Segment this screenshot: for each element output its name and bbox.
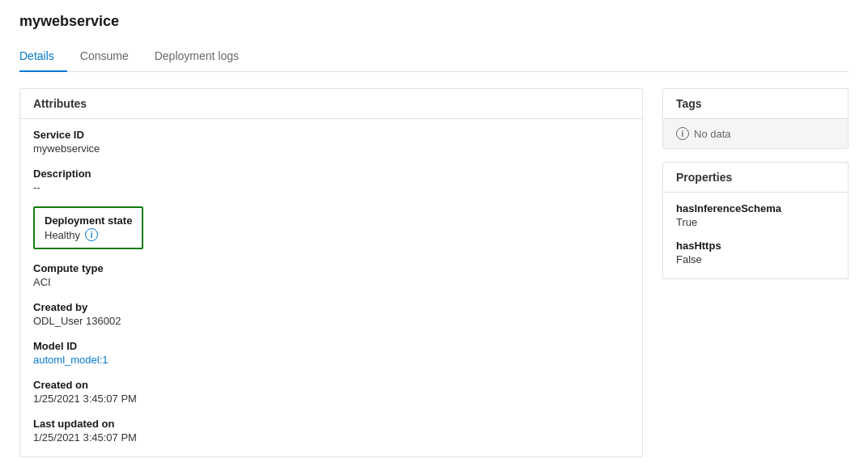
healthy-container: Healthy i — [45, 228, 132, 241]
deployment-state-box: Deployment state Healthy i — [33, 206, 143, 249]
attribute-item-compute-type: Compute type ACI — [33, 262, 629, 288]
created-on-value: 1/25/2021 3:45:07 PM — [33, 393, 629, 405]
attribute-item-deployment-state: Deployment state Healthy i — [33, 206, 629, 249]
description-label: Description — [33, 168, 629, 180]
attribute-item-description: Description -- — [33, 168, 629, 193]
description-value: -- — [33, 181, 629, 193]
model-id-value[interactable]: automl_model:1 — [33, 354, 108, 366]
created-by-label: Created by — [33, 301, 629, 313]
tags-section: Tags i No data — [662, 88, 849, 149]
service-id-value: mywebservice — [33, 142, 629, 155]
main-layout: Attributes Service ID mywebservice Descr… — [19, 88, 849, 467]
tags-no-data-row: i No data — [663, 119, 848, 148]
tags-no-data-label: No data — [694, 128, 731, 140]
deployment-state-value: Healthy — [45, 229, 80, 241]
attributes-section: Attributes Service ID mywebservice Descr… — [19, 88, 643, 457]
left-panel: Attributes Service ID mywebservice Descr… — [19, 88, 643, 467]
attribute-item-created-on: Created on 1/25/2021 3:45:07 PM — [33, 379, 629, 405]
attribute-list: Service ID mywebservice Description -- D… — [20, 119, 642, 456]
compute-type-label: Compute type — [33, 262, 629, 274]
attribute-item-service-id: Service ID mywebservice — [33, 129, 629, 155]
property-list: hasInferenceSchema True hasHttps False — [663, 193, 848, 278]
tags-header: Tags — [663, 89, 848, 119]
property-item-has-inference-schema: hasInferenceSchema True — [676, 202, 835, 228]
property-item-has-https: hasHttps False — [676, 240, 835, 265]
model-id-label: Model ID — [33, 340, 629, 352]
has-https-label: hasHttps — [676, 240, 835, 252]
service-id-label: Service ID — [33, 129, 629, 141]
attributes-header: Attributes — [20, 89, 642, 119]
properties-header: Properties — [663, 163, 848, 193]
created-by-value: ODL_User 136002 — [33, 315, 629, 327]
created-on-label: Created on — [33, 379, 629, 391]
last-updated-on-value: 1/25/2021 3:45:07 PM — [33, 431, 629, 444]
compute-type-value: ACI — [33, 276, 629, 288]
deployment-state-info-icon[interactable]: i — [85, 228, 98, 241]
attribute-item-model-id: Model ID automl_model:1 — [33, 340, 629, 366]
right-panel: Tags i No data Properties hasInferenceSc… — [662, 88, 849, 467]
tabs-container: Details Consume Deployment logs — [19, 43, 849, 72]
tags-no-data-icon: i — [676, 127, 689, 140]
has-inference-schema-label: hasInferenceSchema — [676, 202, 835, 214]
tab-details[interactable]: Details — [19, 43, 67, 72]
has-https-value: False — [676, 253, 835, 265]
attribute-item-created-by: Created by ODL_User 136002 — [33, 301, 629, 327]
page-title: mywebservice — [19, 13, 849, 30]
last-updated-on-label: Last updated on — [33, 418, 629, 430]
deployment-state-label: Deployment state — [45, 214, 132, 227]
properties-section: Properties hasInferenceSchema True hasHt… — [662, 162, 849, 279]
attribute-item-last-updated-on: Last updated on 1/25/2021 3:45:07 PM — [33, 418, 629, 444]
page-container: mywebservice Details Consume Deployment … — [0, 0, 868, 467]
tab-consume[interactable]: Consume — [80, 43, 142, 72]
has-inference-schema-value: True — [676, 216, 835, 228]
tab-deployment-logs[interactable]: Deployment logs — [155, 43, 252, 72]
